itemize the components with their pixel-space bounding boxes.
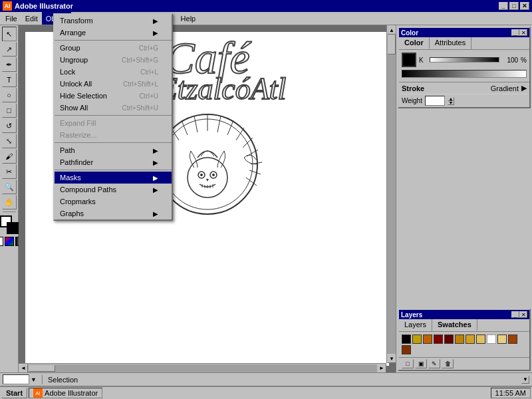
swatch-new-btn[interactable]: □ [402, 359, 414, 368]
current-color-swatch[interactable] [402, 53, 416, 67]
taskbar-clock: 11:55 AM [491, 388, 531, 398]
menu-path[interactable]: Path ▶ [55, 144, 172, 156]
taskbar-illustrator[interactable]: AI Adobe Illustrator [29, 388, 102, 398]
svg-line-6 [243, 138, 253, 148]
menu-transform[interactable]: Transform ▶ [55, 15, 172, 27]
tool-paintbrush[interactable]: 🖌 [2, 149, 17, 164]
status-bar: 150% ▼ Selection ▼ [0, 372, 532, 386]
gradient-label[interactable]: Gradient [491, 84, 519, 92]
menu-pathfinder[interactable]: Pathfinder ▶ [55, 156, 172, 168]
zoom-input[interactable]: 150% [3, 374, 29, 384]
right-spacer [396, 110, 532, 307]
none-fill-btn[interactable] [0, 237, 3, 246]
menu-file[interactable]: File [1, 12, 21, 25]
swatch-edit-btn[interactable]: ✎ [428, 359, 440, 368]
menu-edit[interactable]: Edit [21, 12, 42, 25]
menu-arrange[interactable]: Arrange ▶ [55, 27, 172, 39]
minimize-button[interactable]: _ [499, 2, 508, 10]
scroll-left-button[interactable]: ◄ [19, 364, 28, 373]
menu-unlock-all[interactable]: Unlock All Ctrl+Shift+L [55, 78, 172, 90]
menu-show-all[interactable]: Show All Ctrl+Shift+U [55, 102, 172, 114]
tool-scissors[interactable]: ✂ [2, 164, 17, 179]
swatch-black[interactable] [402, 334, 411, 344]
close-button[interactable]: ✕ [520, 2, 529, 10]
layers-panel-title: Layers [401, 311, 511, 319]
tool-hand[interactable]: ✋ [2, 195, 17, 209]
color-fill-btn[interactable] [5, 237, 14, 246]
swatch-orange[interactable] [423, 334, 432, 344]
swatch-white[interactable] [487, 334, 496, 344]
menu-expand-fill: Expand Fill [55, 117, 172, 129]
h-scrollbar-track[interactable] [28, 364, 377, 372]
menu-separator-4 [55, 170, 172, 170]
layers-panel-minimize[interactable]: _ [511, 311, 519, 318]
tool-scale[interactable]: ⤡ [2, 134, 17, 148]
menu-compound-paths[interactable]: Compound Paths ▶ [55, 184, 172, 196]
tab-color[interactable]: Color [399, 37, 430, 49]
tab-swatches[interactable]: Swatches [432, 319, 477, 331]
stroke-indicator[interactable] [7, 222, 19, 234]
svg-line-9 [182, 120, 188, 135]
vertical-scrollbar[interactable]: ▲ ▼ [386, 25, 396, 363]
scroll-right-button[interactable]: ► [377, 364, 386, 373]
tab-attributes[interactable]: Attributes [430, 37, 471, 49]
zoom-dropdown-arrow[interactable]: ▼ [31, 376, 37, 383]
h-scrollbar-thumb[interactable] [29, 365, 55, 372]
tool-text[interactable]: T [2, 72, 17, 87]
swatch-delete-btn[interactable]: 🗑 [442, 359, 454, 368]
menu-lock[interactable]: Lock Ctrl+L [55, 66, 172, 78]
tool-zoom[interactable]: 🔍 [2, 180, 17, 194]
swatch-amber[interactable] [455, 334, 464, 344]
status-dropdown-btn[interactable]: ▼ [521, 376, 529, 384]
tool-ellipse[interactable]: ○ [2, 88, 17, 102]
tab-layers[interactable]: Layers [399, 319, 432, 331]
scrollbar-thumb[interactable] [388, 35, 396, 55]
weight-down-btn[interactable]: ▼ [448, 101, 454, 105]
stroke-label: Stroke [402, 84, 491, 92]
color-panel-content: K 100 % [399, 50, 529, 82]
tool-pen[interactable]: ✒ [2, 57, 17, 72]
tool-direct-select[interactable]: ↗ [2, 42, 17, 57]
tool-rect[interactable]: □ [2, 103, 17, 118]
start-label: Start [6, 389, 23, 397]
k-slider[interactable] [430, 57, 499, 63]
swatch-gold[interactable] [412, 334, 422, 344]
scrollbar-track[interactable] [387, 35, 396, 354]
scroll-down-button[interactable]: ▼ [387, 354, 396, 363]
svg-point-19 [188, 158, 227, 198]
tool-select[interactable]: ↖ [2, 27, 17, 41]
menu-cropmarks[interactable]: Cropmarks [55, 196, 172, 207]
menu-hide-selection[interactable]: Hide Selection Ctrl+U [55, 90, 172, 102]
layers-panel-close[interactable]: ✕ [519, 311, 527, 318]
taskbar-app-label: Adobe Illustrator [45, 389, 98, 397]
weight-row: Weight ▲ ▼ [399, 94, 529, 107]
menu-ungroup[interactable]: Ungroup Ctrl+Shift+G [55, 54, 172, 66]
right-panels: Color _ ✕ Color Attributes K 100 % [396, 25, 532, 372]
swatch-light-gold[interactable] [476, 334, 485, 344]
tool-separator [3, 211, 16, 212]
layers-swatches-panel: Layers _ ✕ Layers Swatches [398, 309, 531, 371]
color-panel-minimize[interactable]: _ [511, 29, 519, 36]
menu-help[interactable]: Help [177, 12, 200, 25]
swatch-yellow-gold[interactable] [466, 334, 475, 344]
scroll-up-button[interactable]: ▲ [387, 25, 396, 35]
swatch-pale-gold[interactable] [497, 334, 507, 344]
horizontal-scrollbar[interactable]: ◄ ► [19, 363, 386, 372]
swatch-dark-brown[interactable] [402, 345, 411, 354]
swatch-type-btn[interactable]: ▣ [415, 359, 427, 368]
weight-spinner: ▲ ▼ [448, 97, 454, 105]
weight-input[interactable] [425, 96, 445, 106]
menu-masks[interactable]: Masks ▶ [55, 172, 172, 184]
layers-swatches-tabs: Layers Swatches [399, 319, 529, 332]
color-panel-close[interactable]: ✕ [519, 29, 527, 36]
swatch-maroon[interactable] [444, 334, 454, 344]
start-button[interactable]: Start [1, 388, 27, 398]
color-panel: Color _ ✕ Color Attributes K 100 % [398, 27, 531, 108]
swatch-brown-orange[interactable] [508, 334, 517, 344]
menu-graphs[interactable]: Graphs ▶ [55, 207, 172, 219]
tool-rotate[interactable]: ↺ [2, 118, 17, 133]
menu-group[interactable]: Group Ctrl+G [55, 42, 172, 54]
svg-point-1 [162, 119, 253, 209]
swatch-darkred[interactable] [434, 334, 443, 344]
maximize-button[interactable]: □ [509, 2, 519, 10]
